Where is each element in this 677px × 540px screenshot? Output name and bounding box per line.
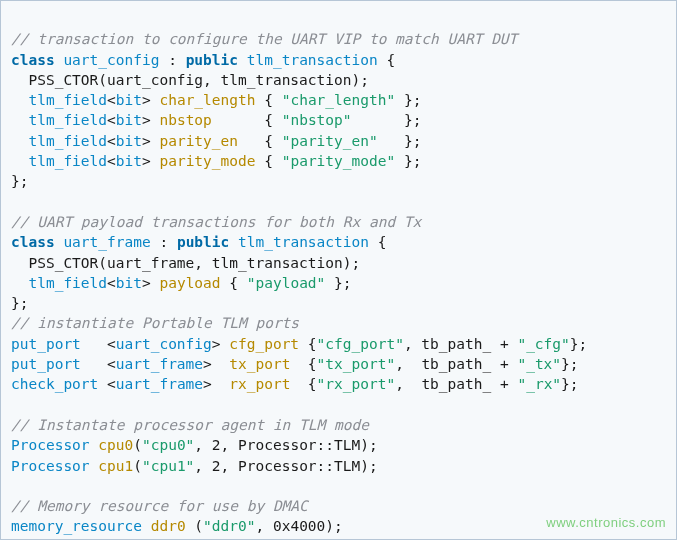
- tb-path: tb_path_: [421, 356, 491, 372]
- var-tx-port: tx_port: [229, 356, 290, 372]
- str-cpu0: "cpu0": [142, 437, 194, 453]
- type-tlm-field: tlm_field: [28, 133, 107, 149]
- var-rx-port: rx_port: [229, 376, 290, 392]
- str-payload: "payload": [247, 275, 326, 291]
- comment-frame: // UART payload transactions for both Rx…: [11, 214, 421, 230]
- field-parity-en: parity_en: [159, 133, 238, 149]
- code-block: // transaction to configure the UART VIP…: [0, 0, 677, 540]
- str-nbstop: "nbstop": [282, 112, 352, 128]
- type-bit: bit: [116, 153, 142, 169]
- kw-class: class: [11, 52, 55, 68]
- type-uart-config: uart_config: [63, 52, 159, 68]
- arg-cpu0: 2: [212, 437, 221, 453]
- proc-mode: Processor::TLM: [238, 458, 360, 474]
- type-uart-frame: uart_frame: [63, 234, 150, 250]
- type-bit: bit: [116, 275, 142, 291]
- type-tlm-field: tlm_field: [28, 153, 107, 169]
- type-tlm-field: tlm_field: [28, 92, 107, 108]
- type-tlm-transaction: tlm_transaction: [247, 52, 378, 68]
- comment-mem: // Memory resource for use by DMAC: [11, 498, 308, 514]
- comment-proc: // Instantate processor agent in TLM mod…: [11, 417, 369, 433]
- field-nbstop: nbstop: [159, 112, 211, 128]
- mem-size: 0x4000: [273, 518, 325, 534]
- var-cpu0: cpu0: [98, 437, 133, 453]
- type-bit: bit: [116, 112, 142, 128]
- type-put-port: put_port: [11, 336, 81, 352]
- comment-config: // transaction to configure the UART VIP…: [11, 31, 517, 47]
- type-memory-resource: memory_resource: [11, 518, 142, 534]
- type-uart-config: uart_config: [116, 336, 212, 352]
- type-bit: bit: [116, 92, 142, 108]
- ctor-uart-frame: PSS_CTOR(uart_frame, tlm_transaction);: [28, 255, 360, 271]
- type-bit: bit: [116, 133, 142, 149]
- kw-public: public: [186, 52, 238, 68]
- tb-path: tb_path_: [421, 376, 491, 392]
- comment-ports: // instantiate Portable TLM ports: [11, 315, 299, 331]
- kw-public: public: [177, 234, 229, 250]
- type-tlm-field: tlm_field: [28, 112, 107, 128]
- field-parity-mode: parity_mode: [159, 153, 255, 169]
- field-payload: payload: [159, 275, 220, 291]
- str-parity-en: "parity_en": [282, 133, 378, 149]
- kw-class: class: [11, 234, 55, 250]
- var-cfg-port: cfg_port: [229, 336, 299, 352]
- str-parity-mode: "parity_mode": [282, 153, 396, 169]
- var-cpu1: cpu1: [98, 458, 133, 474]
- var-ddr0: ddr0: [151, 518, 186, 534]
- type-tlm-field: tlm_field: [28, 275, 107, 291]
- tb-path: tb_path_: [421, 336, 491, 352]
- str-rx-suffix: "_rx": [517, 376, 561, 392]
- type-processor: Processor: [11, 437, 90, 453]
- str-tx-suffix: "_tx": [517, 356, 561, 372]
- type-put-port: put_port: [11, 356, 81, 372]
- ctor-uart-config: PSS_CTOR(uart_config, tlm_transaction);: [28, 72, 368, 88]
- watermark: www.cntronics.com: [546, 513, 666, 533]
- str-rx-port: "rx_port": [317, 376, 396, 392]
- str-cpu1: "cpu1": [142, 458, 194, 474]
- str-cfg-suffix: "_cfg": [517, 336, 569, 352]
- proc-mode: Processor::TLM: [238, 437, 360, 453]
- str-tx-port: "tx_port": [317, 356, 396, 372]
- type-tlm-transaction: tlm_transaction: [238, 234, 369, 250]
- str-ddr0: "ddr0": [203, 518, 255, 534]
- field-char-length: char_length: [159, 92, 255, 108]
- str-cfg-port: "cfg_port": [317, 336, 404, 352]
- type-uart-frame: uart_frame: [116, 356, 203, 372]
- arg-cpu1: 2: [212, 458, 221, 474]
- type-check-port: check_port: [11, 376, 98, 392]
- type-processor: Processor: [11, 458, 90, 474]
- str-char-length: "char_length": [282, 92, 396, 108]
- type-uart-frame: uart_frame: [116, 376, 203, 392]
